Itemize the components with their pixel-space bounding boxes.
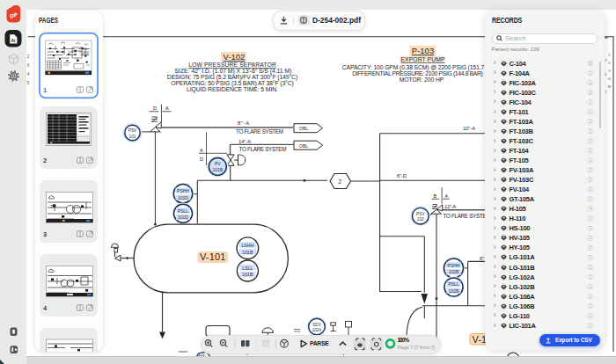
svg-text:PSV: PSV	[128, 128, 137, 133]
svg-text:101B: 101B	[212, 167, 223, 172]
svg-text:PARSE: PARSE	[310, 340, 329, 346]
svg-text:101D: 101D	[178, 195, 188, 200]
svg-text:10"-A: 10"-A	[463, 126, 475, 131]
svg-text:4: 4	[27, 72, 30, 76]
svg-text:A: A	[200, 148, 203, 153]
svg-text:D: D	[153, 106, 157, 111]
svg-text:102B: 102B	[449, 269, 459, 274]
svg-text:101D: 101D	[178, 215, 188, 220]
svg-text:7¹: 7¹	[50, 204, 55, 209]
svg-text:5: 5	[27, 81, 30, 85]
svg-text:V-101: V-101	[200, 251, 226, 262]
svg-text:PSLL: PSLL	[178, 208, 188, 214]
svg-text:LSLL: LSLL	[242, 266, 253, 271]
svg-text:102A: 102A	[312, 328, 323, 332]
svg-text:X: X	[26, 63, 29, 68]
svg-text:V-102: V-102	[224, 52, 246, 62]
svg-text:P-103: P-103	[412, 46, 434, 55]
svg-text:101B: 101B	[242, 250, 253, 255]
svg-text:101: 101	[128, 135, 136, 139]
svg-text:TO FLARE SYSTEM: TO FLARE SYSTEM	[236, 128, 283, 135]
svg-text:TO FLARE SYSTEM: TO FLARE SYSTEM	[239, 146, 287, 152]
svg-text:2: 2	[339, 178, 342, 185]
svg-text:3: 3	[43, 230, 47, 238]
svg-text:M: M	[608, 84, 612, 89]
svg-text:EXPORT PUMP: EXPORT PUMP	[401, 56, 445, 62]
svg-text:1: 1	[608, 53, 611, 57]
svg-text:3: 3	[608, 69, 611, 73]
svg-text:PSV: PSV	[416, 212, 425, 216]
svg-text:6"-D: 6"-D	[397, 173, 407, 178]
svg-text:Page 7 (7 from 7): Page 7 (7 from 7)	[397, 345, 435, 350]
svg-text:G: G	[608, 76, 611, 81]
svg-text:TO FLARE SYSTEM: TO FLARE SYSTEM	[444, 213, 491, 219]
svg-text:B: B	[434, 193, 437, 199]
svg-text:OBL: OBL	[299, 126, 308, 131]
svg-text:D: D	[200, 157, 203, 162]
svg-text:OBL: OBL	[299, 143, 308, 149]
svg-text:100%: 100%	[397, 337, 409, 343]
svg-text:14"-A: 14"-A	[238, 139, 251, 144]
svg-text:5: 5	[608, 61, 611, 65]
svg-text:3: 3	[605, 58, 607, 62]
svg-text:MOTOR: 200 HP: MOTOR: 200 HP	[400, 76, 444, 83]
svg-text:PSHH: PSHH	[448, 263, 460, 268]
svg-text:LIQUID RESIDENCE TIME: 5 MIN.: LIQUID RESIDENCE TIME: 5 MIN.	[187, 86, 278, 93]
svg-text:PV: PV	[215, 161, 221, 166]
svg-text:102: 102	[417, 217, 424, 222]
svg-text:LSHH: LSHH	[241, 243, 253, 248]
svg-text:LOW PRESSURE SEPARATOR: LOW PRESSURE SEPARATOR	[188, 62, 276, 68]
svg-text:A: A	[165, 106, 169, 111]
svg-text:101B: 101B	[242, 272, 253, 277]
svg-text:A: A	[445, 193, 449, 199]
svg-text:1: 1	[605, 90, 607, 94]
svg-text:8"-A: 8"-A	[238, 120, 249, 126]
svg-text:102B: 102B	[449, 288, 459, 294]
svg-text:1: 1	[43, 86, 47, 94]
svg-text:2: 2	[43, 157, 47, 164]
svg-text:PSHH: PSHH	[177, 188, 189, 193]
svg-text:2: 2	[27, 55, 30, 59]
svg-text:SDV: SDV	[312, 323, 321, 327]
svg-text:Ai: Ai	[11, 38, 16, 43]
svg-text:12"-A: 12"-A	[444, 204, 456, 209]
svg-text:PSLL: PSLL	[448, 281, 458, 287]
